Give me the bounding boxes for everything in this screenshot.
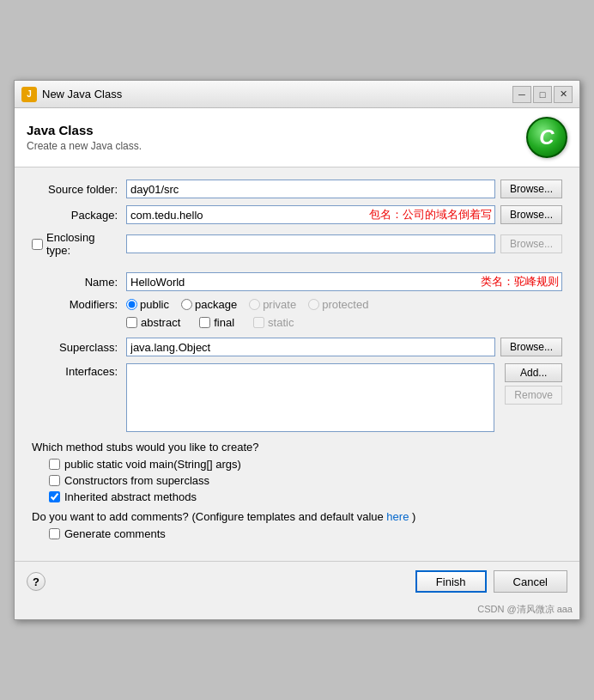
footer-buttons: Finish Cancel — [415, 570, 567, 593]
stub1-checkbox[interactable] — [49, 459, 60, 470]
method-stubs-section: Which method stubs would you like to cre… — [32, 441, 562, 503]
modifier-final-checkbox[interactable] — [199, 317, 210, 328]
source-folder-label: Source folder: — [32, 183, 126, 196]
interfaces-listbox[interactable] — [126, 363, 494, 432]
package-row: Package: 包名：公司的域名倒着写 Browse... — [32, 205, 562, 224]
modifier-final-item: final — [199, 316, 234, 329]
modifier-protected-label: protected — [322, 298, 368, 311]
eclipse-logo: C — [526, 117, 567, 158]
interfaces-section: Interfaces: Add... Remove — [32, 363, 562, 432]
stub1-item: public static void main(String[] args) — [49, 458, 562, 471]
package-input-wrapper: 包名：公司的域名倒着写 — [126, 205, 495, 224]
modifiers-label: Modifiers: — [32, 298, 126, 311]
maximize-button[interactable]: □ — [533, 86, 552, 103]
stubs-section-label: Which method stubs would you like to cre… — [32, 441, 562, 453]
close-button[interactable]: ✕ — [554, 86, 573, 103]
generate-comments-item: Generate comments — [49, 527, 562, 540]
new-java-class-dialog: J New Java Class ─ □ ✕ Java Class Create… — [14, 80, 580, 620]
name-input-wrapper: 类名：驼峰规则 — [126, 272, 562, 291]
modifier-private-label: private — [263, 298, 296, 311]
dialog-title: Java Class — [27, 123, 142, 137]
title-controls: ─ □ ✕ — [512, 86, 573, 103]
comments-configure-label: Do you want to add comments? (Configure … — [32, 510, 562, 523]
modifier-abstract-label: abstract — [141, 316, 180, 329]
source-folder-browse-button[interactable]: Browse... — [500, 180, 562, 198]
modifier-package-item: package — [181, 298, 237, 311]
package-input[interactable] — [126, 205, 495, 224]
superclass-input[interactable] — [126, 338, 495, 356]
minimize-button[interactable]: ─ — [512, 86, 531, 103]
watermark: CSDN @清风微凉 aaa — [15, 601, 579, 619]
stub3-label: Inherited abstract methods — [64, 490, 197, 503]
modifier-static-item: static — [253, 316, 294, 329]
modifier-public-label: public — [140, 298, 169, 311]
modifier-package-label: package — [195, 298, 237, 311]
modifier-private-item: private — [249, 298, 296, 311]
modifier-public-item: public — [126, 298, 169, 311]
enclosing-type-label: Enclosing type: — [46, 231, 118, 257]
window-title: New Java Class — [42, 88, 122, 100]
comments-section: Do you want to add comments? (Configure … — [32, 510, 562, 540]
modifier-abstract-checkbox[interactable] — [126, 317, 137, 328]
header-section: Java Class Create a new Java class. C — [15, 108, 579, 167]
modifiers-radio-group: public package private protected — [126, 298, 562, 311]
form-content: Source folder: Browse... Package: 包名：公司的… — [15, 167, 579, 561]
modifier-protected-item: protected — [308, 298, 368, 311]
stub2-item: Constructors from superclass — [49, 474, 562, 487]
modifier-public-radio[interactable] — [126, 299, 137, 310]
interfaces-add-button[interactable]: Add... — [505, 363, 562, 382]
comments-here-link[interactable]: here — [386, 510, 409, 523]
package-label: Package: — [32, 209, 126, 222]
window-icon: J — [21, 87, 37, 102]
name-label: Name: — [32, 276, 126, 289]
enclosing-type-checkbox[interactable] — [32, 239, 43, 250]
dialog-footer: ? Finish Cancel — [15, 561, 579, 601]
enclosing-type-input[interactable] — [126, 234, 495, 253]
modifiers-row: Modifiers: public package private protec… — [32, 298, 562, 311]
enclosing-type-row: Enclosing type: Browse... — [32, 231, 562, 257]
name-row: Name: 类名：驼峰规则 — [32, 272, 562, 291]
enclosing-type-browse-button[interactable]: Browse... — [500, 234, 562, 253]
dialog-subtitle: Create a new Java class. — [27, 140, 142, 152]
generate-comments-label: Generate comments — [64, 527, 166, 540]
interfaces-label: Interfaces: — [32, 363, 126, 432]
modifier-protected-radio[interactable] — [308, 299, 319, 310]
stub3-item: Inherited abstract methods — [49, 490, 562, 503]
modifier-abstract-item: abstract — [126, 316, 180, 329]
interfaces-remove-button[interactable]: Remove — [505, 386, 562, 405]
superclass-row: Superclass: Browse... — [32, 338, 562, 356]
cancel-button[interactable]: Cancel — [494, 570, 567, 593]
stub2-checkbox[interactable] — [49, 475, 60, 486]
stub3-checkbox[interactable] — [49, 491, 60, 502]
name-input[interactable] — [126, 272, 562, 291]
finish-button[interactable]: Finish — [415, 570, 487, 593]
modifier-static-checkbox[interactable] — [253, 317, 264, 328]
package-browse-button[interactable]: Browse... — [500, 205, 562, 224]
stub2-label: Constructors from superclass — [64, 474, 209, 487]
superclass-browse-button[interactable]: Browse... — [500, 338, 562, 356]
modifier-checkboxes-group: abstract final static — [126, 316, 562, 329]
help-button[interactable]: ? — [27, 572, 45, 591]
modifier-private-radio[interactable] — [249, 299, 260, 310]
source-folder-row: Source folder: Browse... — [32, 180, 562, 198]
interfaces-buttons: Add... Remove — [500, 363, 562, 432]
modifier-final-label: final — [214, 316, 234, 329]
header-left: Java Class Create a new Java class. — [27, 123, 142, 152]
source-folder-input[interactable] — [126, 180, 495, 198]
superclass-label: Superclass: — [32, 341, 126, 354]
generate-comments-checkbox[interactable] — [49, 528, 60, 539]
modifier-static-label: static — [268, 316, 294, 329]
title-bar: J New Java Class ─ □ ✕ — [15, 81, 579, 108]
modifier-package-radio[interactable] — [181, 299, 192, 310]
stub1-label: public static void main(String[] args) — [64, 458, 241, 471]
title-bar-left: J New Java Class — [21, 87, 122, 102]
